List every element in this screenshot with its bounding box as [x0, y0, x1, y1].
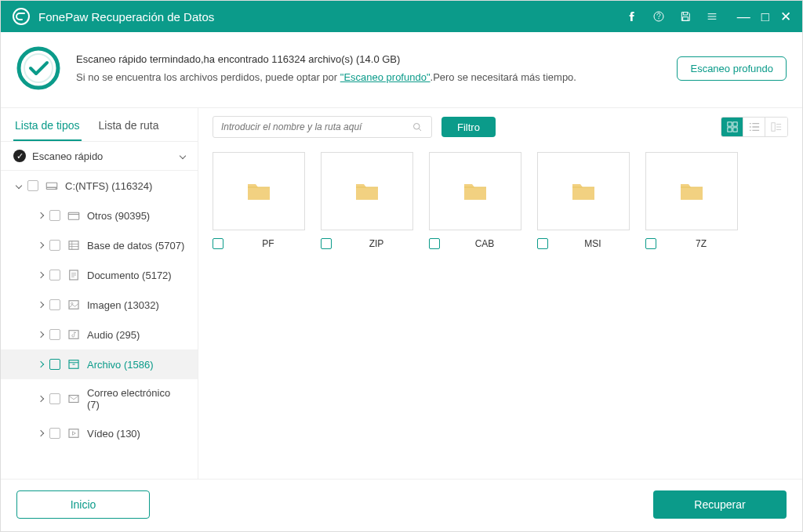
scan-status-banner: Escaneo rápido termindado,ha encontrado … [1, 32, 802, 108]
folder-card-cab[interactable]: CAB [429, 152, 521, 249]
svg-rect-19 [732, 122, 736, 126]
folder-icon [679, 181, 704, 201]
tree-item-email[interactable]: Correo electrónico (7) [1, 379, 198, 418]
folder-card-pf[interactable]: PF [213, 152, 305, 249]
search-icon [412, 121, 423, 133]
minimize-button[interactable]: — [737, 10, 750, 24]
svg-rect-5 [46, 183, 57, 187]
tree-item-document[interactable]: Documento (5172) [1, 260, 198, 290]
view-grid-button[interactable] [721, 118, 743, 136]
checkbox[interactable] [49, 359, 60, 370]
svg-rect-16 [69, 429, 78, 438]
check-complete-icon [16, 46, 60, 90]
menu-icon[interactable] [706, 10, 718, 23]
chevron-right-icon [38, 212, 44, 219]
chevron-right-icon [38, 272, 44, 278]
checkbox[interactable] [49, 329, 60, 340]
video-icon [67, 426, 81, 440]
chevron-down-icon [180, 153, 186, 159]
drive-icon [45, 179, 59, 193]
maximize-button[interactable]: □ [761, 10, 769, 24]
folder-grid: PF ZIP CAB MSI 7Z [198, 138, 802, 263]
chevron-down-icon [16, 183, 22, 189]
svg-rect-22 [772, 123, 775, 132]
checkbox[interactable] [321, 238, 332, 249]
checkbox[interactable] [537, 238, 548, 249]
folder-icon [571, 181, 596, 201]
folder-icon [463, 181, 488, 201]
database-icon [67, 238, 81, 252]
view-mode-toggle [721, 117, 788, 137]
tree-item-database[interactable]: Base de datos (5707) [1, 230, 198, 260]
checkbox[interactable] [645, 238, 656, 249]
tree-item-others[interactable]: Otros (90395) [1, 201, 198, 230]
chevron-right-icon [38, 242, 44, 248]
svg-point-12 [71, 302, 73, 304]
deep-scan-suggestion: Si no se encuentra los archivos perdidos… [76, 71, 661, 83]
chevron-right-icon [38, 302, 44, 308]
check-icon: ✓ [13, 150, 26, 162]
chevron-right-icon [38, 430, 44, 436]
folder-card-msi[interactable]: MSI [537, 152, 630, 249]
view-list-button[interactable] [743, 118, 765, 136]
search-input-wrapper[interactable] [213, 116, 432, 138]
image-icon [67, 298, 81, 312]
document-icon [67, 268, 81, 282]
chevron-right-icon [38, 396, 44, 402]
checkbox[interactable] [49, 270, 60, 280]
tree-root-drive[interactable]: C:(NTFS) (116324) [1, 171, 198, 201]
tree-item-archive[interactable]: Archivo (1586) [1, 349, 198, 379]
checkbox[interactable] [49, 299, 60, 310]
search-input[interactable] [221, 121, 412, 132]
svg-rect-20 [727, 128, 731, 132]
checkbox[interactable] [49, 393, 60, 404]
email-icon [67, 392, 81, 406]
deep-scan-button[interactable]: Escaneo profundo [677, 56, 787, 81]
footer: Inicio Recuperar [1, 479, 802, 530]
scan-mode-toggle[interactable]: ✓ Escaneo rápido [1, 142, 198, 171]
audio-icon [67, 328, 81, 342]
svg-rect-18 [727, 122, 731, 126]
titlebar: FonePaw Recuperación de Datos — □ ✕ [1, 1, 802, 32]
tree-item-image[interactable]: Imagen (13032) [1, 290, 198, 320]
checkbox[interactable] [49, 210, 60, 221]
close-button[interactable]: ✕ [780, 10, 791, 24]
svg-point-7 [56, 188, 56, 189]
filter-button[interactable]: Filtro [441, 117, 496, 137]
svg-rect-8 [68, 212, 79, 219]
feedback-icon[interactable] [652, 10, 665, 23]
svg-rect-15 [69, 396, 78, 403]
view-detail-button[interactable] [765, 118, 787, 136]
checkbox[interactable] [49, 428, 60, 439]
folder-card-7z[interactable]: 7Z [645, 152, 738, 249]
svg-rect-9 [69, 241, 78, 250]
checkbox[interactable] [49, 240, 60, 251]
checkbox[interactable] [429, 238, 440, 249]
tab-list-paths[interactable]: Lista de ruta [97, 114, 161, 141]
tree-item-video[interactable]: Vídeo (130) [1, 418, 198, 448]
folder-card-zip[interactable]: ZIP [321, 152, 413, 249]
checkbox[interactable] [213, 238, 223, 249]
folder-icon [246, 181, 271, 201]
titlebar-left: FonePaw Recuperación de Datos [12, 7, 214, 26]
tree-item-audio[interactable]: Audio (295) [1, 320, 198, 349]
save-icon[interactable] [679, 10, 692, 23]
facebook-icon[interactable] [626, 10, 638, 23]
deep-scan-link[interactable]: "Escaneo profundo" [340, 71, 431, 83]
sidebar-tabs: Lista de tipos Lista de ruta [1, 108, 198, 142]
app-title: FonePaw Recuperación de Datos [38, 10, 214, 24]
file-tree: C:(NTFS) (116324) Otros (90395) Base de … [1, 171, 198, 479]
content-toolbar: Filtro [198, 108, 802, 138]
content-area: Filtro PF ZIP CAB MSI [198, 108, 802, 479]
tab-list-types[interactable]: Lista de tipos [13, 114, 82, 141]
svg-point-17 [414, 123, 420, 129]
home-button[interactable]: Inicio [16, 490, 150, 519]
svg-point-4 [24, 54, 53, 82]
svg-point-2 [658, 18, 659, 19]
folder-icon [354, 181, 380, 201]
recover-button[interactable]: Recuperar [653, 490, 787, 519]
checkbox[interactable] [27, 180, 38, 191]
sidebar: Lista de tipos Lista de ruta ✓ Escaneo r… [1, 108, 198, 479]
svg-rect-21 [732, 128, 736, 132]
svg-rect-13 [69, 331, 78, 339]
